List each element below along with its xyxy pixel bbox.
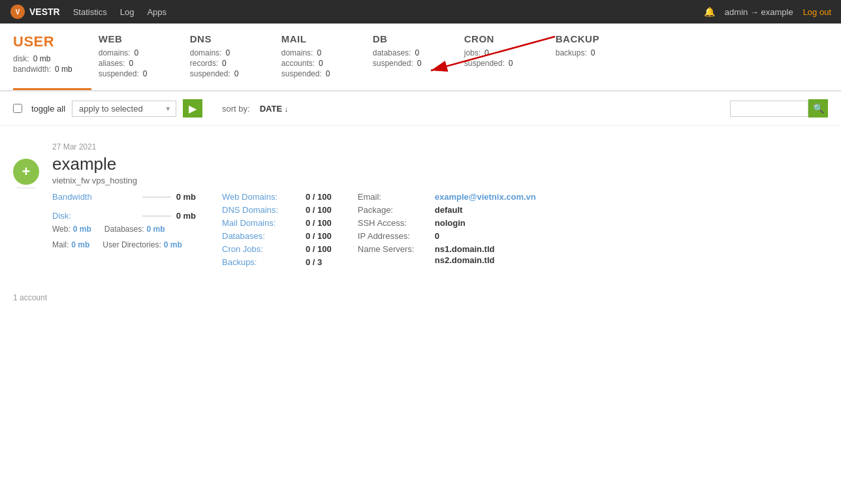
stats-cron-jobs-label: jobs:	[464, 48, 481, 57]
svg-text:V: V	[16, 8, 20, 16]
search-icon: 🔍	[813, 103, 824, 114]
stats-bandwidth-label: bandwidth:	[13, 65, 51, 74]
bandwidth-bar	[142, 197, 171, 198]
stats-mail-suspended-value: 0	[326, 69, 330, 78]
sort-field[interactable]: DATE ↓	[260, 104, 289, 114]
stats-web-domains-value: 0	[134, 48, 138, 57]
stats-cron-suspended-value: 0	[509, 59, 513, 68]
details-right-col: Email: example@vietnix.com.vn Package: d…	[358, 192, 541, 270]
dns-domains-value: 0 / 100	[306, 205, 332, 215]
email-value[interactable]: example@vietnix.com.vn	[435, 192, 536, 202]
databases-domain-label[interactable]: Databases:	[222, 231, 300, 241]
ssh-access-value: nologin	[435, 218, 466, 228]
search-wrap: 🔍	[730, 99, 828, 118]
ip-addresses-value: 0	[435, 231, 439, 241]
stats-dns-suspended-value: 0	[234, 69, 239, 78]
ssh-access-row: SSH Access: nologin	[358, 218, 541, 228]
footer-count: 1 account	[13, 293, 828, 315]
navbar-logo: V VESTR	[10, 4, 60, 20]
sub-mail-value[interactable]: 0 mb	[71, 240, 89, 249]
disk-row: Disk: 0 mb	[52, 211, 196, 221]
backups-value: 0 / 3	[306, 257, 322, 267]
sub-user-dirs-value[interactable]: 0 mb	[164, 240, 182, 249]
stats-web: WEB domains:0 aliases:0 suspended:0	[99, 33, 164, 80]
sort-by-label: sort by:	[222, 104, 250, 114]
sub-databases-value[interactable]: 0 mb	[147, 225, 165, 234]
apply-select[interactable]: apply to selected suspend unsuspend dele…	[72, 101, 176, 117]
user-card-left: +	[13, 142, 39, 189]
ns2-value: ns2.domain.tld	[435, 255, 495, 265]
nav-log[interactable]: Log	[120, 7, 135, 17]
mail-domains-row: Mail Domains: 0 / 100	[222, 218, 332, 228]
nav-statistics[interactable]: Statistics	[73, 7, 107, 17]
stats-db-suspended-label: suspended:	[373, 59, 413, 68]
apply-btn-icon: ▶	[189, 102, 197, 115]
spacer	[52, 206, 196, 211]
stats-bar: USER disk: 0 mb bandwidth: 0 mb WEB doma…	[0, 24, 841, 91]
stats-user-disk-row: disk: 0 mb	[13, 54, 72, 63]
nav-apps[interactable]: Apps	[147, 7, 167, 17]
cron-jobs-label[interactable]: Cron Jobs:	[222, 244, 300, 254]
stats-mail-domains-label: domains:	[281, 48, 313, 57]
sub-user-dirs-label: User Directories:	[103, 240, 161, 249]
disk-value: 0 mb	[176, 211, 196, 221]
ssh-access-label: SSH Access:	[358, 218, 430, 228]
stats-disk-label: disk:	[13, 54, 29, 63]
toggle-all-label[interactable]: toggle all	[31, 104, 65, 114]
stats-backup: BACKUP backups:0	[556, 33, 621, 59]
bandwidth-label[interactable]: Bandwidth	[52, 192, 137, 202]
add-btn-underline	[16, 187, 36, 189]
stats-web-suspended-value: 0	[143, 69, 148, 78]
dns-domains-row: DNS Domains: 0 / 100	[222, 205, 332, 215]
stats-db-databases-value: 0	[415, 48, 419, 57]
stats-user: USER disk: 0 mb bandwidth: 0 mb	[13, 33, 72, 80]
user-tag-1: vietnix_fw	[52, 176, 89, 185]
sub-details-2: Mail: 0 mb User Directories: 0 mb	[52, 240, 196, 249]
stats-db-title: DB	[373, 33, 438, 44]
mail-domains-label[interactable]: Mail Domains:	[222, 218, 300, 228]
web-domains-value: 0 / 100	[306, 192, 332, 202]
main-content: + 27 Mar 2021 example vietnix_fw vps_hos…	[0, 126, 841, 322]
mail-domains-value: 0 / 100	[306, 218, 332, 228]
bandwidth-value: 0 mb	[176, 192, 196, 202]
stats-dns-records-label: records:	[190, 59, 218, 68]
web-domains-label[interactable]: Web Domains:	[222, 192, 300, 202]
search-input[interactable]	[730, 101, 808, 117]
sub-user-dirs: User Directories: 0 mb	[103, 240, 182, 249]
stats-mail-domains-value: 0	[317, 48, 321, 57]
bell-icon[interactable]: 🔔	[704, 7, 715, 17]
search-button[interactable]: 🔍	[808, 99, 828, 118]
disk-bar	[142, 215, 171, 217]
package-label: Package:	[358, 205, 430, 215]
databases-domain-value: 0 / 100	[306, 231, 332, 241]
stats-db: DB databases:0 suspended:0	[373, 33, 438, 69]
cron-jobs-value: 0 / 100	[306, 244, 332, 254]
backups-row: Backups: 0 / 3	[222, 257, 332, 267]
databases-domain-row: Databases: 0 / 100	[222, 231, 332, 241]
email-row: Email: example@vietnix.com.vn	[358, 192, 541, 202]
stats-mail-title: MAIL	[281, 33, 347, 44]
add-user-button[interactable]: +	[13, 159, 39, 185]
cron-jobs-row: Cron Jobs: 0 / 100	[222, 244, 332, 254]
logout-link[interactable]: Log out	[803, 7, 831, 17]
sub-web-value[interactable]: 0 mb	[73, 225, 91, 234]
stats-mail-accounts-label: accounts:	[281, 59, 315, 68]
stats-dns-domains-label: domains:	[190, 48, 222, 57]
stats-web-aliases-value: 0	[129, 59, 133, 68]
apply-button[interactable]: ▶	[183, 99, 202, 118]
stats-bandwidth-value: 0 mb	[55, 65, 72, 74]
user-name[interactable]: example	[52, 154, 541, 174]
dns-domains-label[interactable]: DNS Domains:	[222, 205, 300, 215]
backups-label[interactable]: Backups:	[222, 257, 300, 267]
stats-cron-jobs-value: 0	[484, 48, 489, 57]
sub-mail-label: Mail:	[52, 240, 69, 249]
package-row: Package: default	[358, 205, 541, 215]
stats-web-domains-label: domains:	[99, 48, 131, 57]
disk-label[interactable]: Disk:	[52, 211, 137, 221]
toggle-all-checkbox[interactable]	[13, 104, 22, 113]
name-servers-value: ns1.domain.tld ns2.domain.tld	[435, 244, 495, 265]
stats-cron-suspended-label: suspended:	[464, 59, 505, 68]
ip-addresses-row: IP Addresses: 0	[358, 231, 541, 241]
user-tags: vietnix_fw vps_hosting	[52, 176, 541, 185]
stats-web-suspended-label: suspended:	[99, 69, 139, 78]
